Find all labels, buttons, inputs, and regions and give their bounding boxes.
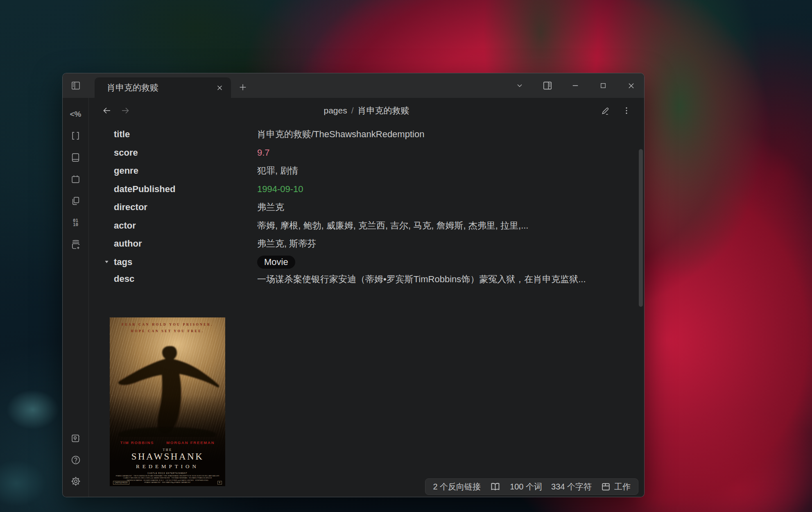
rating-logo: R xyxy=(217,481,222,485)
poster-studio-line: CASTLE ROCK ENTERTAINMENT xyxy=(110,472,225,474)
attr-row-datePublished: datePublished 1994-09-10 xyxy=(89,180,620,199)
attr-label[interactable]: actor xyxy=(89,220,257,231)
attr-row-tags: tags Movie xyxy=(89,253,620,272)
attr-value[interactable]: 一场谋杀案使银行家安迪（蒂姆•罗宾斯TimRobbins饰）蒙冤入狱，在肖申克监… xyxy=(257,272,586,286)
chevron-down-icon xyxy=(516,82,524,90)
dock-item-safe[interactable] xyxy=(70,433,81,444)
breadcrumb-separator: / xyxy=(351,106,354,116)
brackets-icon xyxy=(70,131,81,141)
tag-pill-movie[interactable]: Movie xyxy=(257,256,295,269)
attr-value: Movie xyxy=(257,256,295,269)
binary-icon: 01 10 xyxy=(73,219,78,227)
backlinks-count[interactable]: 2 个反向链接 xyxy=(433,481,481,492)
app-window: 肖申克的救赎 xyxy=(62,73,645,497)
attr-row-title: title 肖申克的救赎/TheShawshankRedemption xyxy=(89,125,620,144)
minimize-icon xyxy=(571,82,579,90)
titlebar[interactable]: 肖申克的救赎 xyxy=(63,73,644,98)
book-icon xyxy=(70,152,81,163)
tab-menu-button[interactable] xyxy=(510,77,529,95)
minimize-button[interactable] xyxy=(565,77,585,95)
panel-right-icon xyxy=(542,80,553,91)
tab-title: 肖申克的救赎 xyxy=(95,82,212,93)
attr-row-author: author 弗兰克, 斯蒂芬 xyxy=(89,235,620,253)
poster-title-sub: REDEMPTION xyxy=(110,463,225,470)
attr-row-genre: genre 犯罪, 剧情 xyxy=(89,162,620,180)
attr-row-director: director 弗兰克 xyxy=(89,198,620,217)
attr-label[interactable]: director xyxy=(89,202,257,213)
reading-stats-button[interactable] xyxy=(490,481,501,492)
copy-pages-icon xyxy=(70,196,81,206)
dock-item-settings[interactable] xyxy=(70,476,81,487)
word-count[interactable]: 100 个词 xyxy=(510,481,542,492)
vertical-scrollbar-thumb[interactable] xyxy=(639,149,643,307)
breadcrumb-bar: pages / 肖申克的救赎 xyxy=(89,98,644,123)
tab-close-button[interactable] xyxy=(212,80,227,95)
attr-value[interactable]: 弗兰克 xyxy=(257,201,284,213)
poster-tagline-1: FEAR CAN HOLD YOU PRISONER. xyxy=(110,323,225,326)
attr-row-desc: desc 一场谋杀案使银行家安迪（蒂姆•罗宾斯TimRobbins饰）蒙冤入狱，… xyxy=(89,271,620,286)
kebab-menu-icon xyxy=(622,106,631,115)
panel-left-icon xyxy=(70,80,81,91)
gear-icon xyxy=(70,476,81,487)
attr-label[interactable]: score xyxy=(89,147,257,158)
dock-item-calendar[interactable] xyxy=(70,174,81,185)
status-bar: 2 个反向链接 100 个词 334 个字符 xyxy=(425,478,638,495)
attr-label[interactable]: author xyxy=(89,238,257,249)
toggle-sidebar-button[interactable] xyxy=(63,73,89,98)
attribute-table: title 肖申克的救赎/TheShawshankRedemption scor… xyxy=(89,125,620,286)
breadcrumb: pages / 肖申克的救赎 xyxy=(89,98,644,123)
maximize-button[interactable] xyxy=(593,77,613,95)
movie-poster-image[interactable]: FEAR CAN HOLD YOU PRISONER. HOPE CAN SET… xyxy=(110,317,225,486)
char-count[interactable]: 334 个字符 xyxy=(551,481,592,492)
template-icon: <% xyxy=(70,110,81,118)
attr-label[interactable]: datePublished xyxy=(89,184,257,195)
poster-star-1: TIM ROBBINS xyxy=(120,440,154,445)
attr-value[interactable]: 犯罪, 剧情 xyxy=(257,165,298,177)
poster-star-2: MORGAN FREEMAN xyxy=(166,440,215,445)
attr-row-actor: actor 蒂姆, 摩根, 鲍勃, 威廉姆, 克兰西, 吉尔, 马克, 詹姆斯,… xyxy=(89,217,620,235)
close-icon xyxy=(627,82,635,90)
attr-value[interactable]: 弗兰克, 斯蒂芬 xyxy=(257,238,316,250)
dock-item-help[interactable] xyxy=(70,454,81,465)
dock-item-copies[interactable] xyxy=(70,195,81,206)
new-tab-button[interactable] xyxy=(234,78,252,96)
edit-mode-button[interactable] xyxy=(597,103,613,118)
attr-value[interactable]: 蒂姆, 摩根, 鲍勃, 威廉姆, 克兰西, 吉尔, 马克, 詹姆斯, 杰弗里, … xyxy=(257,220,528,232)
help-icon xyxy=(70,455,81,465)
poster-title-main: SHAWSHANK xyxy=(110,451,225,462)
pencil-icon xyxy=(601,106,610,116)
attr-label[interactable]: genre xyxy=(89,165,257,176)
document-menu-button[interactable] xyxy=(619,103,634,118)
poster-logos: CASTLE ROCK ▪▪▪ R xyxy=(113,481,222,485)
dock-item-card-add[interactable] xyxy=(70,239,81,250)
workspace-switcher[interactable]: 工作 xyxy=(601,481,631,492)
document-tab[interactable]: 肖申克的救赎 xyxy=(95,77,231,98)
dock-item-binary[interactable]: 01 10 xyxy=(70,217,81,228)
attr-value[interactable]: 1994-09-10 xyxy=(257,184,303,195)
calendar-icon xyxy=(70,174,81,184)
maximize-icon xyxy=(599,82,607,89)
safe-icon xyxy=(70,433,81,444)
dock-item-bookmark[interactable] xyxy=(70,130,81,141)
collapse-arrow-icon[interactable] xyxy=(104,260,114,264)
poster-logo-marks: ▪▪▪ xyxy=(171,481,176,484)
forward-button[interactable] xyxy=(118,103,133,118)
workspace-name: 工作 xyxy=(614,481,631,492)
dock-item-notebook[interactable] xyxy=(70,152,81,163)
open-book-icon xyxy=(490,481,501,492)
toggle-right-panel-button[interactable] xyxy=(538,77,557,95)
window-controls xyxy=(510,73,641,98)
attr-label[interactable]: desc xyxy=(89,274,257,284)
breadcrumb-parent[interactable]: pages xyxy=(323,106,347,116)
attr-label[interactable]: title xyxy=(89,129,257,140)
dock-item-template[interactable]: <% xyxy=(70,109,81,120)
back-button[interactable] xyxy=(100,103,114,118)
left-dock: <% xyxy=(63,98,89,497)
castle-rock-logo: CASTLE ROCK xyxy=(113,481,129,485)
breadcrumb-current[interactable]: 肖申克的救赎 xyxy=(358,105,409,116)
close-window-button[interactable] xyxy=(621,77,641,95)
poster-tagline-2: HOPE CAN SET YOU FREE. xyxy=(110,329,225,333)
attr-value[interactable]: 9.7 xyxy=(257,147,270,158)
attr-label[interactable]: tags xyxy=(89,257,257,267)
attr-value[interactable]: 肖申克的救赎/TheShawshankRedemption xyxy=(257,128,424,140)
